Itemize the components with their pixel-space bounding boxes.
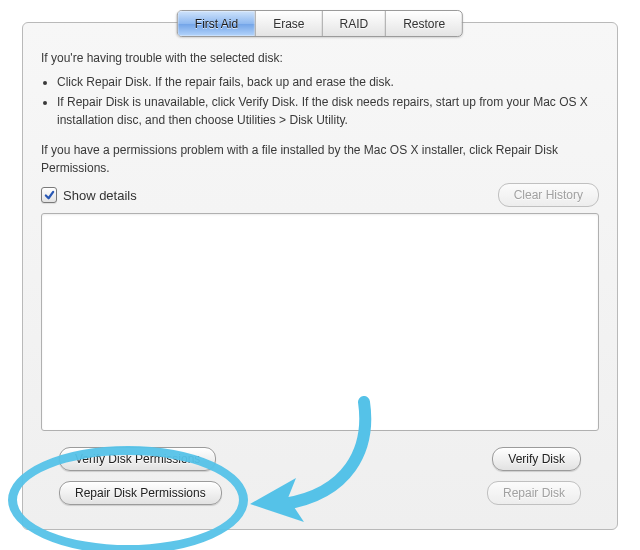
show-details-label: Show details xyxy=(63,188,137,203)
checkmark-icon xyxy=(44,190,55,201)
panel-tabs: First Aid Erase RAID Restore xyxy=(177,10,463,37)
instructions: If you're having trouble with the select… xyxy=(41,49,599,177)
button-label: Clear History xyxy=(514,188,583,202)
show-details-checkbox[interactable]: Show details xyxy=(41,187,137,203)
tab-raid[interactable]: RAID xyxy=(323,11,387,36)
verify-disk-button[interactable]: Verify Disk xyxy=(492,447,581,471)
disk-utility-screenshot: First Aid Erase RAID Restore If you're h… xyxy=(0,0,640,550)
verify-disk-permissions-button[interactable]: Verify Disk Permissions xyxy=(59,447,216,471)
instructions-line: If you're having trouble with the select… xyxy=(41,49,599,67)
details-row: Show details Clear History xyxy=(41,183,599,207)
first-aid-panel: First Aid Erase RAID Restore If you're h… xyxy=(22,22,618,530)
tab-label: First Aid xyxy=(195,17,238,31)
instructions-bullet: If Repair Disk is unavailable, click Ver… xyxy=(57,93,599,129)
tab-label: Restore xyxy=(403,17,445,31)
instructions-bullet: Click Repair Disk. If the repair fails, … xyxy=(57,73,599,91)
instructions-list: Click Repair Disk. If the repair fails, … xyxy=(41,73,599,129)
log-output[interactable] xyxy=(41,213,599,431)
tab-restore[interactable]: Restore xyxy=(386,11,462,36)
button-label: Repair Disk Permissions xyxy=(75,486,206,500)
instructions-line: If you have a permissions problem with a… xyxy=(41,141,599,177)
clear-history-button[interactable]: Clear History xyxy=(498,183,599,207)
button-label: Verify Disk Permissions xyxy=(75,452,200,466)
button-label: Repair Disk xyxy=(503,486,565,500)
tab-label: Erase xyxy=(273,17,304,31)
tab-erase[interactable]: Erase xyxy=(256,11,322,36)
tab-label: RAID xyxy=(340,17,369,31)
button-label: Verify Disk xyxy=(508,452,565,466)
repair-disk-permissions-button[interactable]: Repair Disk Permissions xyxy=(59,481,222,505)
repair-disk-button[interactable]: Repair Disk xyxy=(487,481,581,505)
checkbox-box xyxy=(41,187,57,203)
tab-first-aid[interactable]: First Aid xyxy=(178,11,256,36)
panel-content: If you're having trouble with the select… xyxy=(41,49,599,431)
